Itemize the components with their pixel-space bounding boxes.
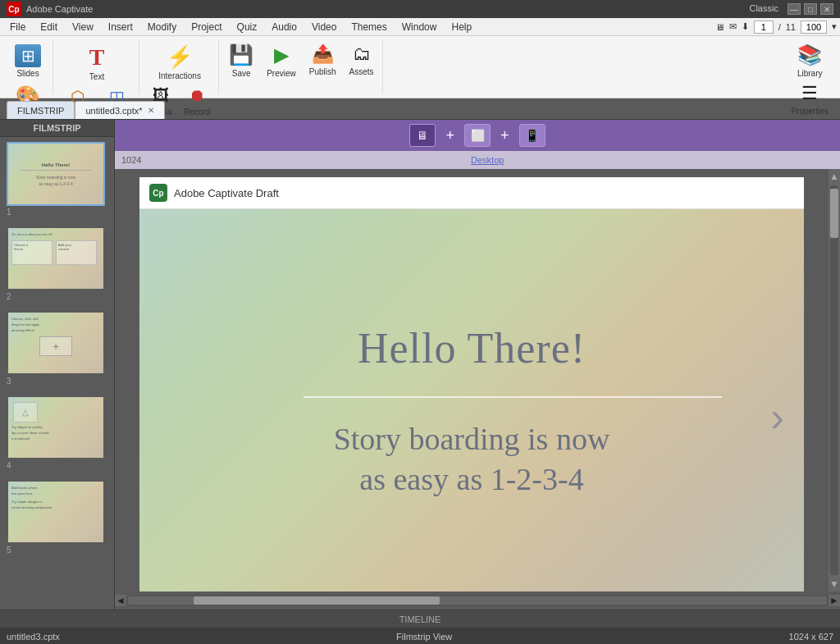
thumb-text-2a: So, here is what you can do! — [11, 232, 52, 236]
slide-thumb-2[interactable]: So, here is what you can do! Choose a th… — [0, 222, 114, 306]
slide-thumb-3[interactable]: Choose, click, add drag text and apply a… — [0, 306, 114, 391]
current-slide-input[interactable] — [754, 21, 774, 34]
add-breakpoint-left[interactable]: + — [442, 127, 458, 144]
hscroll-track[interactable] — [128, 596, 827, 605]
maximize-button[interactable]: □ — [804, 3, 817, 15]
ribbon: ⊞ Slides 🎨 Themes T Text ⬡ Shapes ◫ Obje… — [0, 36, 840, 98]
slide-divider — [304, 396, 722, 398]
thumb-text-3a: Choose, click, add — [11, 317, 39, 321]
tablet-device-button[interactable]: ⬜ — [464, 124, 491, 147]
minimize-button[interactable]: — — [788, 3, 801, 15]
slide-thumb-1[interactable]: Hello There! Story boarding is now as ea… — [0, 137, 114, 222]
thumb-item-2d: content — [58, 247, 94, 251]
menu-themes[interactable]: Themes — [345, 20, 393, 34]
menu-edit[interactable]: Edit — [34, 20, 64, 34]
slide-header: Cp Adobe Captivate Draft — [139, 177, 804, 209]
main-slide[interactable]: Hello There! Story boarding is now as ea… — [139, 209, 804, 591]
panel-group: 📚 Library ☰ Properties — [783, 39, 837, 94]
tab-close-icon[interactable]: ✕ — [148, 106, 154, 115]
text-button[interactable]: T Text — [83, 41, 112, 84]
thumb-triangle-4: △ — [22, 408, 29, 417]
zoom-arrow[interactable]: ▾ — [832, 21, 837, 32]
desktop-device-button[interactable]: 🖥 — [409, 124, 436, 147]
title-bar: Cp Adobe Captivate Classic — □ ✕ — [0, 0, 840, 18]
close-button[interactable]: ✕ — [820, 3, 833, 15]
menu-view[interactable]: View — [66, 20, 100, 34]
monitor-icon: 🖥 — [715, 22, 724, 32]
menu-project[interactable]: Project — [185, 20, 228, 34]
horizontal-scrollbar[interactable] — [126, 595, 829, 606]
interactions-label: Interactions — [158, 71, 201, 80]
assets-button[interactable]: 🗂 Assets — [345, 41, 379, 79]
publish-button[interactable]: 📤 Publish — [304, 41, 341, 79]
slide-subtitle-line1: Story boarding is now — [334, 422, 610, 456]
assets-label: Assets — [349, 67, 374, 76]
slide-thumb-4[interactable]: △ Try shapes to quickly lay out your ide… — [0, 391, 114, 475]
download-icon: ⬇ — [742, 21, 749, 32]
thumb-title-1: Hello There! — [42, 162, 71, 167]
right-scrollbar[interactable]: ▲ ▼ — [829, 169, 840, 591]
slide-num-1: 1 — [7, 206, 107, 220]
total-slides: 11 — [786, 22, 796, 32]
preview-button[interactable]: ▶ Preview — [262, 41, 301, 80]
status-dimensions: 1024 x 627 — [789, 632, 833, 642]
slide-num-3: 3 — [7, 375, 107, 389]
scroll-track[interactable] — [830, 185, 838, 575]
hscroll-right-corner[interactable]: ► — [829, 595, 840, 606]
library-label: Library — [797, 69, 823, 78]
document-tab[interactable]: untitled3.cptx* ✕ — [75, 101, 164, 119]
menu-video[interactable]: Video — [305, 20, 343, 34]
canvas-area: 🖥 + ⬜ + 📱 1024 Desktop — [115, 120, 840, 610]
filmstrip-tab[interactable]: FILMSTRIP — [7, 101, 75, 119]
next-slide-arrow[interactable]: › — [770, 393, 784, 441]
thumb-text-3c: amazing effects — [11, 328, 34, 332]
record-button[interactable]: ⏺ Record — [179, 84, 215, 119]
slide-scroll[interactable]: Cp Adobe Captivate Draft Hello There! St… — [115, 169, 829, 591]
slides-themes-group: ⊞ Slides 🎨 Themes — [3, 39, 53, 94]
thumb-divider-1 — [21, 170, 91, 171]
menu-help[interactable]: Help — [445, 20, 478, 34]
zoom-input[interactable] — [801, 21, 827, 34]
save-label: Save — [232, 69, 251, 78]
slides-icon: ⊞ — [15, 44, 41, 67]
properties-button[interactable]: ☰ Properties — [786, 80, 833, 118]
thumb-text-5d: create stunning storyboards — [11, 505, 52, 509]
thumb-text-3b: drag text and apply — [11, 322, 39, 327]
interactions-button[interactable]: ⚡ Interactions — [152, 41, 208, 84]
thumb-text-4c: a storyboard — [11, 436, 30, 441]
save-icon: 💾 — [229, 43, 253, 66]
add-breakpoint-right[interactable]: + — [497, 127, 513, 144]
scroll-down-arrow[interactable]: ▼ — [828, 577, 840, 591]
ruler-resolution: 1024 — [121, 155, 141, 165]
scroll-thumb[interactable] — [830, 189, 838, 238]
desktop-view-link[interactable]: Desktop — [471, 155, 504, 165]
slide-wrapper: Cp Adobe Captivate Draft Hello There! St… — [139, 177, 804, 591]
hscroll-thumb[interactable] — [194, 596, 440, 605]
menu-window[interactable]: Window — [395, 20, 444, 34]
slide-separator: / — [778, 22, 781, 32]
slide-thumb-5[interactable]: Add blocks where text goes here Try simp… — [0, 475, 114, 560]
thumb-text-5b: text goes here — [11, 491, 32, 496]
slide-num-2: 2 — [7, 290, 107, 304]
tab-bar: FILMSTRIP untitled3.cptx* ✕ — [0, 98, 840, 120]
menu-quiz[interactable]: Quiz — [231, 20, 264, 34]
status-filename: untitled3.cptx — [7, 632, 60, 642]
slide-thumbnail-1: Hello There! Story boarding is now as ea… — [7, 142, 105, 206]
library-icon: 📚 — [797, 43, 822, 66]
menu-audio[interactable]: Audio — [265, 20, 304, 34]
thumb-text-5c: Try simple designs or — [11, 500, 43, 504]
save-button[interactable]: 💾 Save — [224, 41, 258, 80]
slide-title: Hello There! — [358, 324, 586, 372]
menu-insert[interactable]: Insert — [102, 20, 139, 34]
slides-label: Slides — [16, 69, 39, 78]
phone-device-button[interactable]: 📱 — [519, 124, 546, 147]
hscroll-left-corner[interactable]: ◄ — [115, 595, 126, 606]
menu-file[interactable]: File — [3, 20, 32, 34]
text-label: Text — [89, 72, 104, 81]
thumb-sub-1: Story boarding is now — [36, 175, 75, 180]
scroll-up-arrow[interactable]: ▲ — [828, 169, 840, 184]
slides-button[interactable]: ⊞ Slides — [8, 41, 48, 81]
menu-modify[interactable]: Modify — [141, 20, 183, 34]
app-logo: Cp — [7, 2, 21, 16]
library-button[interactable]: 📚 Library — [792, 41, 828, 80]
